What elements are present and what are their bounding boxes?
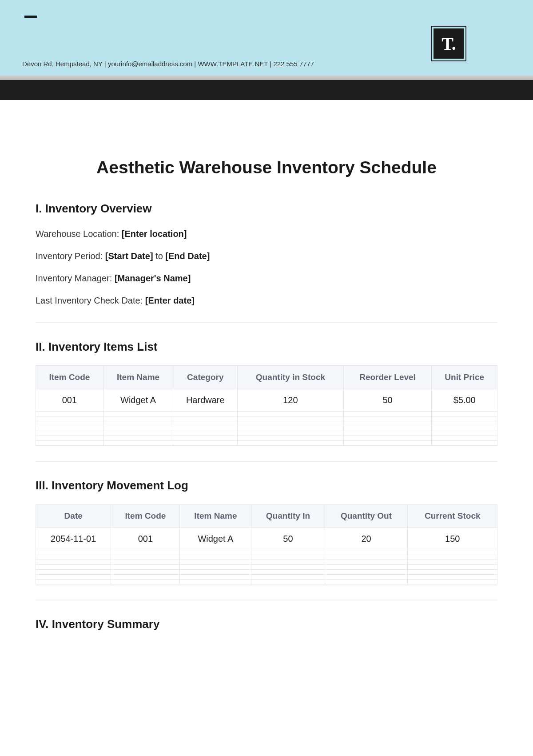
cell-qty-in: 50	[251, 528, 325, 550]
field-label: Last Inventory Check Date:	[36, 296, 145, 305]
cell-current-stock: 150	[408, 528, 497, 550]
field-value: [Enter location]	[122, 229, 187, 239]
field-label: Warehouse Location:	[36, 229, 122, 239]
cell-item-code: 001	[111, 528, 180, 550]
table-row	[36, 580, 497, 584]
col-qty-in: Quantity In	[251, 504, 325, 528]
field-last-check-date: Last Inventory Check Date: [Enter date]	[36, 294, 497, 307]
col-qty-stock: Quantity in Stock	[238, 366, 343, 389]
contact-info-line: Devon Rd, Hempstead, NY | yourinfo@email…	[22, 60, 314, 68]
table-row	[36, 565, 497, 570]
cell-qty-out: 20	[325, 528, 408, 550]
field-warehouse-location: Warehouse Location: [Enter location]	[36, 227, 497, 240]
table-row	[36, 441, 497, 446]
movement-log-table: Date Item Code Item Name Quantity In Qua…	[36, 504, 497, 584]
section-inventory-items: II. Inventory Items List Item Code Item …	[36, 340, 497, 446]
table-row	[36, 426, 497, 431]
section-inventory-overview: I. Inventory Overview Warehouse Location…	[36, 202, 497, 307]
field-value-end: [End Date]	[165, 251, 210, 261]
cell-item-name: Widget A	[103, 389, 173, 412]
table-row	[36, 421, 497, 426]
inventory-items-table: Item Code Item Name Category Quantity in…	[36, 365, 497, 446]
cell-item-name: Widget A	[180, 528, 251, 550]
document-title: Aesthetic Warehouse Inventory Schedule	[36, 158, 497, 177]
table-row	[36, 550, 497, 555]
cell-category: Hardware	[173, 389, 238, 412]
col-item-name: Item Name	[180, 504, 251, 528]
section-divider	[36, 461, 497, 462]
col-item-code: Item Code	[111, 504, 180, 528]
section-divider	[36, 322, 497, 323]
section-heading-movement: III. Inventory Movement Log	[36, 479, 497, 492]
table-row	[36, 412, 497, 416]
table-row	[36, 436, 497, 441]
header-gray-strip	[0, 76, 533, 80]
table-header-row: Item Code Item Name Category Quantity in…	[36, 366, 497, 389]
cell-date: 2054-11-01	[36, 528, 111, 550]
minus-icon	[24, 16, 37, 18]
table-row	[36, 431, 497, 436]
field-value: [Enter date]	[145, 296, 195, 305]
cell-reorder-level: 50	[343, 389, 432, 412]
section-heading-summary: IV. Inventory Summary	[36, 617, 497, 631]
section-divider	[36, 600, 497, 600]
field-value: [Manager's Name]	[115, 273, 191, 283]
col-current-stock: Current Stock	[408, 504, 497, 528]
cell-unit-price: $5.00	[432, 389, 497, 412]
table-row	[36, 560, 497, 565]
col-unit-price: Unit Price	[432, 366, 497, 389]
brand-logo: T.	[431, 26, 466, 61]
cell-item-code: 001	[36, 389, 103, 412]
header-black-bar	[0, 80, 533, 100]
col-qty-out: Quantity Out	[325, 504, 408, 528]
field-label: Inventory Period:	[36, 251, 105, 261]
table-header-row: Date Item Code Item Name Quantity In Qua…	[36, 504, 497, 528]
col-item-name: Item Name	[103, 366, 173, 389]
cell-qty-stock: 120	[238, 389, 343, 412]
col-item-code: Item Code	[36, 366, 103, 389]
col-category: Category	[173, 366, 238, 389]
field-inventory-manager: Inventory Manager: [Manager's Name]	[36, 272, 497, 285]
col-date: Date	[36, 504, 111, 528]
field-label: Inventory Manager:	[36, 273, 115, 283]
table-row	[36, 416, 497, 421]
section-inventory-summary: IV. Inventory Summary	[36, 617, 497, 631]
section-heading-items: II. Inventory Items List	[36, 340, 497, 354]
field-to: to	[153, 251, 166, 261]
document-header-band: T. Devon Rd, Hempstead, NY | yourinfo@em…	[0, 0, 533, 76]
field-value-start: [Start Date]	[105, 251, 153, 261]
table-row	[36, 555, 497, 560]
brand-logo-text: T.	[434, 28, 464, 59]
section-heading-overview: I. Inventory Overview	[36, 202, 497, 216]
table-row: 2054-11-01 001 Widget A 50 20 150	[36, 528, 497, 550]
field-inventory-period: Inventory Period: [Start Date] to [End D…	[36, 249, 497, 263]
table-row	[36, 575, 497, 580]
document-content: Aesthetic Warehouse Inventory Schedule I…	[0, 100, 533, 669]
col-reorder-level: Reorder Level	[343, 366, 432, 389]
table-row	[36, 570, 497, 575]
table-row: 001 Widget A Hardware 120 50 $5.00	[36, 389, 497, 412]
section-movement-log: III. Inventory Movement Log Date Item Co…	[36, 479, 497, 584]
